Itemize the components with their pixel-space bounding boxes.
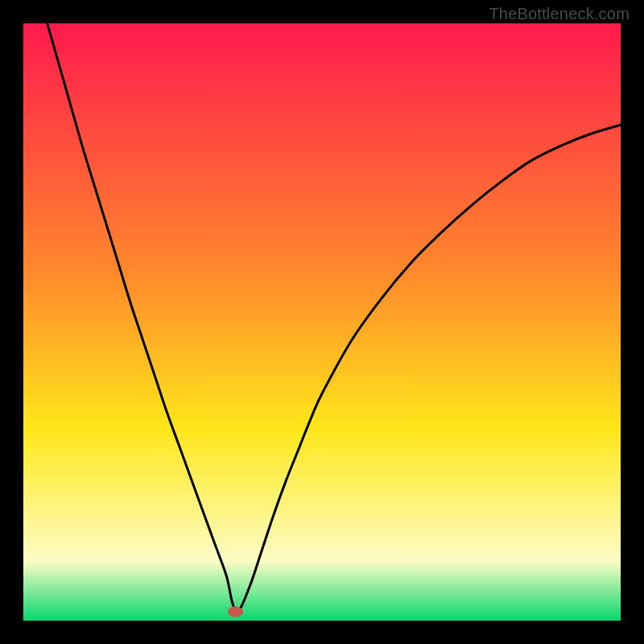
bottleneck-chart [23,23,621,621]
optimal-point-marker [228,606,243,617]
watermark-text: TheBottleneck.com [489,5,630,23]
chart-frame: TheBottleneck.com [0,0,644,644]
gradient-background [23,23,621,621]
